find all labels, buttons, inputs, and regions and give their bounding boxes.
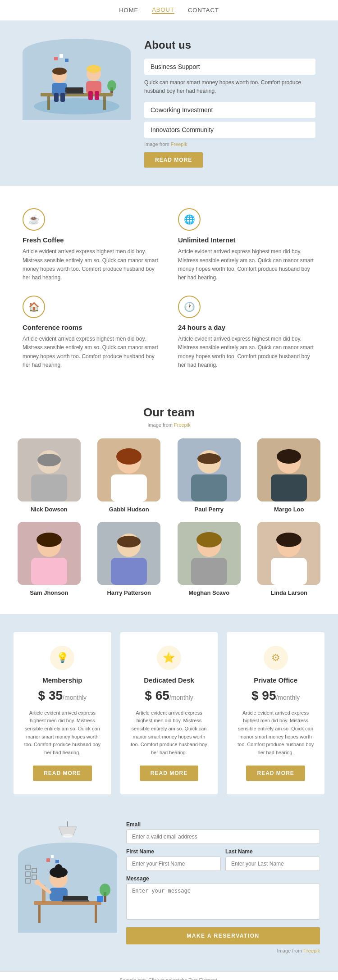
svg-rect-12 — [86, 81, 101, 94]
about-section: About us Business Support Quick can mano… — [0, 21, 338, 186]
team-name-gabbi: Gabbi Hudson — [109, 506, 149, 513]
lastname-group: Last Name — [225, 848, 320, 871]
nav-home[interactable]: HOME — [119, 7, 138, 14]
lastname-input[interactable] — [225, 857, 320, 871]
about-image-credit: Image from Freepik — [144, 141, 315, 147]
team-name-paul: Paul Perry — [195, 506, 224, 513]
about-read-more-button[interactable]: READ MORE — [144, 152, 203, 168]
office-period: /monthly — [276, 694, 300, 701]
internet-icon: 🌐 — [178, 208, 201, 231]
team-member-margo: Margo Loo — [254, 438, 325, 513]
membership-icon: 💡 — [50, 646, 74, 670]
membership-title: Membership — [23, 676, 102, 684]
svg-rect-48 — [191, 558, 227, 585]
svg-rect-32 — [191, 474, 227, 501]
feature-coffee: ☕ Fresh Coffee Article evident arrived e… — [23, 208, 160, 282]
team-member-gabbi: Gabbi Hudson — [94, 438, 165, 513]
svg-rect-6 — [54, 93, 59, 102]
message-group: Message — [126, 875, 320, 921]
footer-note: Sample text. Click to select the Text El… — [0, 971, 338, 980]
illustration-box — [23, 39, 131, 120]
message-label: Message — [126, 875, 320, 882]
svg-point-31 — [197, 453, 221, 464]
feature-hours: 🕐 24 hours a day Article evident arrived… — [178, 296, 315, 369]
feature-internet-desc: Article evident arrived express highest … — [178, 247, 315, 282]
team-image-credit: Image from Freepik — [14, 422, 324, 428]
office-title: Private Office — [236, 676, 315, 684]
features-grid: ☕ Fresh Coffee Article evident arrived e… — [23, 208, 315, 369]
team-photo-paul — [178, 438, 241, 501]
team-member-harry: Harry Patterson — [94, 522, 165, 596]
team-photo-linda — [257, 522, 320, 585]
email-group: Email — [126, 821, 320, 844]
svg-rect-73 — [26, 879, 30, 883]
lastname-label: Last Name — [225, 848, 320, 855]
pricing-section: 💡 Membership $ 35/monthly Article eviden… — [0, 614, 338, 813]
firstname-input[interactable] — [126, 857, 221, 871]
team-name-margo: Margo Loo — [274, 506, 304, 513]
nav-contact[interactable]: CONTACT — [188, 7, 219, 14]
svg-point-20 — [107, 80, 116, 91]
freepik-link-team[interactable]: Freepik — [174, 422, 191, 428]
freepik-link-about[interactable]: Freepik — [171, 141, 187, 147]
membership-period: /monthly — [63, 694, 87, 701]
membership-amount: $ 35/monthly — [23, 688, 102, 703]
team-heading: Our team — [14, 406, 324, 419]
svg-point-65 — [35, 880, 40, 885]
svg-rect-14 — [95, 91, 99, 100]
svg-rect-57 — [38, 905, 41, 923]
firstname-label: First Name — [126, 848, 221, 855]
svg-rect-68 — [97, 896, 103, 902]
desk-icon: ⭐ — [157, 646, 181, 670]
svg-point-0 — [34, 98, 119, 114]
desk-title: Dedicated Desk — [129, 676, 209, 684]
pricing-office: ⚙ Private Office $ 95/monthly Article ev… — [227, 632, 324, 795]
svg-point-62 — [55, 864, 62, 871]
feature-internet: 🌐 Unlimited Internet Article evident arr… — [178, 208, 315, 282]
desk-price: $ 65 — [145, 688, 169, 702]
svg-rect-75 — [32, 875, 37, 880]
svg-point-39 — [37, 533, 62, 547]
svg-rect-72 — [26, 872, 30, 876]
clock-icon: 🕐 — [178, 296, 201, 318]
reservation-button[interactable]: MAKE A RESERVATION — [126, 927, 320, 944]
freepik-link-contact[interactable]: Freepik — [303, 948, 320, 953]
svg-rect-67 — [62, 900, 89, 902]
about-content: About us Business Support Quick can mano… — [144, 39, 315, 168]
team-photo-meghan — [178, 522, 241, 585]
svg-rect-3 — [103, 96, 106, 110]
team-member-meghan: Meghan Scavo — [174, 522, 245, 596]
message-input[interactable] — [126, 884, 320, 920]
membership-read-more[interactable]: READ MORE — [33, 766, 91, 781]
svg-rect-18 — [65, 59, 69, 62]
svg-rect-40 — [31, 558, 67, 585]
team-member-linda: Linda Larson — [254, 522, 325, 596]
contact-illus-box — [18, 843, 117, 933]
about-illustration — [23, 39, 131, 120]
office-read-more[interactable]: READ MORE — [246, 766, 305, 781]
contact-section: Email First Name Last Name Message MAKE … — [0, 812, 338, 971]
svg-rect-16 — [54, 57, 58, 60]
svg-rect-9 — [65, 87, 83, 93]
svg-rect-2 — [47, 96, 50, 110]
about-box-2: Coworking Investment — [144, 102, 315, 118]
svg-rect-10 — [64, 93, 84, 94]
pricing-membership: 💡 Membership $ 35/monthly Article eviden… — [14, 632, 111, 795]
about-box-1: Business Support — [144, 59, 315, 75]
feature-internet-title: Unlimited Internet — [178, 236, 315, 244]
feature-conference-title: Conference rooms — [23, 324, 160, 331]
desk-read-more[interactable]: READ MORE — [140, 766, 198, 781]
svg-rect-52 — [271, 558, 307, 585]
team-name-sam: Sam Jhonson — [30, 589, 68, 596]
svg-rect-77 — [51, 855, 54, 858]
svg-point-43 — [117, 536, 141, 547]
svg-rect-17 — [59, 54, 63, 58]
team-photo-gabbi — [97, 438, 160, 501]
membership-price: $ 35 — [38, 688, 63, 702]
svg-point-27 — [116, 448, 142, 465]
about-heading: About us — [144, 39, 315, 51]
email-input[interactable] — [126, 830, 320, 844]
nav-about[interactable]: ABOUT — [152, 6, 174, 14]
svg-point-70 — [100, 884, 110, 896]
svg-rect-78 — [55, 860, 59, 863]
